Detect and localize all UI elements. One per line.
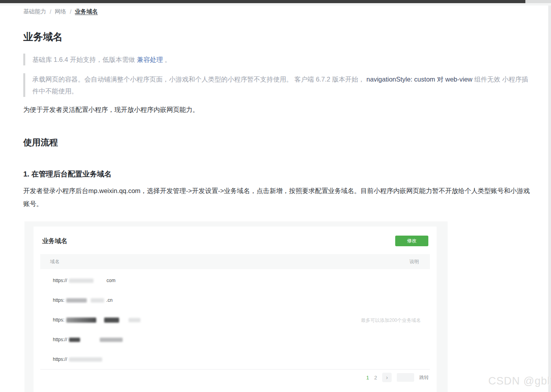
breadcrumb: 基础能力 / 网络 / 业务域名 xyxy=(23,8,98,15)
domain-prefix: https: xyxy=(53,297,64,303)
redacted-segment xyxy=(100,338,123,342)
web-view-code: web-view xyxy=(445,76,473,83)
chevron-right-icon: › xyxy=(386,374,388,381)
page-title: 业务域名 xyxy=(23,30,63,43)
top-chrome-bar-end xyxy=(525,0,551,3)
page-1-button[interactable]: 1 xyxy=(366,375,369,381)
section-heading-usage-flow: 使用流程 xyxy=(23,137,58,149)
breadcrumb-item-current[interactable]: 业务域名 xyxy=(75,8,98,15)
business-domain-panel: 业务域名 修改 域名 说明 https://com https:.cn http… xyxy=(34,227,437,392)
intro-paragraph: 为便于开发者灵活配置小程序，现开放小程序内嵌网页能力。 xyxy=(23,106,199,114)
domain-cell: https:.cn xyxy=(53,290,112,310)
breadcrumb-separator: / xyxy=(70,9,71,15)
compat-handling-link[interactable]: 兼容处理 xyxy=(137,56,163,63)
redacted-segment xyxy=(69,338,80,342)
table-row: https:.cn xyxy=(40,290,430,310)
redacted-segment xyxy=(66,318,96,323)
container-note: 承载网页的容器。会自动铺满整个小程序页面，小游戏和个人类型的小程序暂不支持使用。… xyxy=(23,73,530,97)
table-bottom-divider xyxy=(40,369,430,370)
redacted-segment xyxy=(104,318,119,323)
redacted-segment xyxy=(69,357,102,362)
next-page-button[interactable]: › xyxy=(382,373,392,382)
column-header-description: 说明 xyxy=(409,254,419,269)
top-divider-strip xyxy=(0,3,551,6)
domain-cell: https://com xyxy=(53,271,116,290)
domain-cell: https:// xyxy=(53,349,104,369)
domain-prefix: https:// xyxy=(53,337,67,342)
table-row: https://com xyxy=(40,271,430,290)
domain-cell: https: xyxy=(53,310,142,330)
csdn-watermark: CSDN @gblfy xyxy=(488,375,551,387)
redacted-segment xyxy=(66,298,87,303)
panel-title: 业务域名 xyxy=(42,237,67,245)
table-header-row: 域名 说明 xyxy=(40,254,430,269)
domain-prefix: https:// xyxy=(53,357,67,362)
redacted-segment xyxy=(129,318,140,322)
page-jump-button[interactable]: 跳转 xyxy=(419,374,429,381)
top-chrome-bar xyxy=(0,0,525,3)
doc-page: 基础能力 / 网络 / 业务域名 业务域名 基础库 1.6.4 开始支持，低版本… xyxy=(0,0,551,392)
step-heading-configure-domain: 1. 在管理后台配置业务域名 xyxy=(23,169,112,179)
table-row: https:// xyxy=(40,349,430,369)
domain-prefix: https: xyxy=(53,317,64,323)
modify-button[interactable]: 修改 xyxy=(395,236,428,246)
redacted-segment xyxy=(91,298,104,303)
page-jump-input[interactable] xyxy=(397,373,414,382)
container-note-text-1: 承载网页的容器。会自动铺满整个小程序页面，小游戏和个人类型的小程序暂不支持使用。… xyxy=(32,76,366,83)
compat-note-tail: 。 xyxy=(163,56,171,63)
table-row: https:// xyxy=(40,330,430,349)
domain-cell: https:// xyxy=(53,330,125,349)
admin-screenshot: 业务域名 修改 域名 说明 https://com https:.cn http… xyxy=(24,221,448,392)
container-note-text-2: 对 xyxy=(435,76,445,83)
breadcrumb-separator: / xyxy=(50,9,51,15)
domain-limit-note: 最多可以添加200个业务域名 xyxy=(361,317,421,324)
compat-note-text: 基础库 1.6.4 开始支持，低版本需做 xyxy=(32,56,137,63)
domain-prefix: https:// xyxy=(53,278,67,283)
navigation-style-code: navigationStyle: custom xyxy=(366,76,435,83)
compatibility-note: 基础库 1.6.4 开始支持，低版本需做 兼容处理 。 xyxy=(23,54,530,65)
redacted-segment xyxy=(69,279,93,283)
step-body-paragraph: 开发者登录小程序后台mp.weixin.qq.com，选择开发管理->开发设置-… xyxy=(23,184,531,210)
breadcrumb-item-network[interactable]: 网络 xyxy=(55,8,66,15)
breadcrumb-item-base-capability[interactable]: 基础能力 xyxy=(23,8,46,15)
scrollbar-track[interactable] xyxy=(548,6,551,392)
domain-suffix: com xyxy=(106,278,116,283)
column-header-domain: 域名 xyxy=(50,254,60,269)
domain-suffix: .cn xyxy=(106,297,112,303)
page-2-button[interactable]: 2 xyxy=(374,375,377,381)
pagination: 1 2 › 跳转 xyxy=(366,373,429,382)
